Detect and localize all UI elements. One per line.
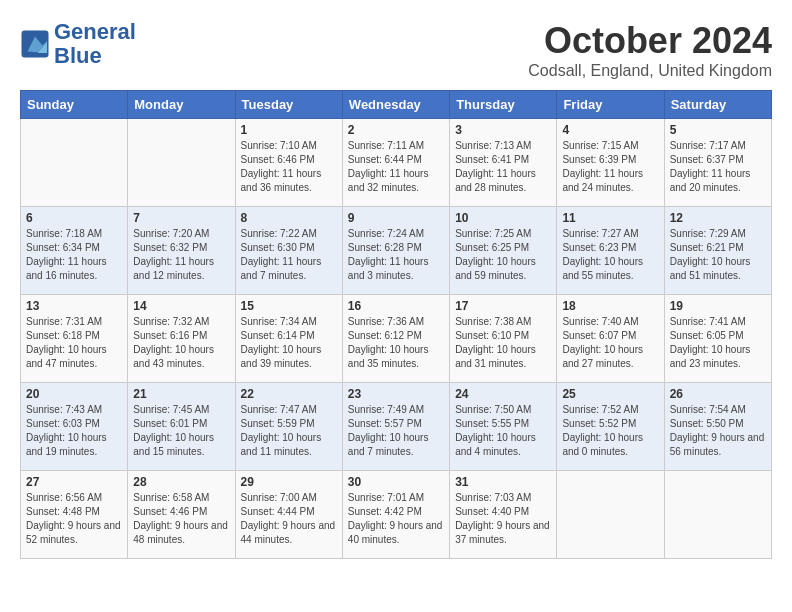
day-number: 31 bbox=[455, 475, 551, 489]
day-number: 25 bbox=[562, 387, 658, 401]
calendar-cell: 14Sunrise: 7:32 AM Sunset: 6:16 PM Dayli… bbox=[128, 295, 235, 383]
day-info: Sunrise: 7:38 AM Sunset: 6:10 PM Dayligh… bbox=[455, 315, 551, 371]
calendar-cell: 15Sunrise: 7:34 AM Sunset: 6:14 PM Dayli… bbox=[235, 295, 342, 383]
day-info: Sunrise: 7:29 AM Sunset: 6:21 PM Dayligh… bbox=[670, 227, 766, 283]
day-number: 22 bbox=[241, 387, 337, 401]
day-info: Sunrise: 7:00 AM Sunset: 4:44 PM Dayligh… bbox=[241, 491, 337, 547]
location: Codsall, England, United Kingdom bbox=[528, 62, 772, 80]
day-number: 4 bbox=[562, 123, 658, 137]
day-number: 18 bbox=[562, 299, 658, 313]
calendar-cell: 19Sunrise: 7:41 AM Sunset: 6:05 PM Dayli… bbox=[664, 295, 771, 383]
month-title: October 2024 bbox=[528, 20, 772, 62]
calendar-header-saturday: Saturday bbox=[664, 91, 771, 119]
calendar-cell: 29Sunrise: 7:00 AM Sunset: 4:44 PM Dayli… bbox=[235, 471, 342, 559]
calendar-cell: 5Sunrise: 7:17 AM Sunset: 6:37 PM Daylig… bbox=[664, 119, 771, 207]
calendar-cell: 12Sunrise: 7:29 AM Sunset: 6:21 PM Dayli… bbox=[664, 207, 771, 295]
calendar-cell: 8Sunrise: 7:22 AM Sunset: 6:30 PM Daylig… bbox=[235, 207, 342, 295]
logo-line1: General bbox=[54, 20, 136, 44]
day-number: 12 bbox=[670, 211, 766, 225]
calendar-cell bbox=[128, 119, 235, 207]
day-number: 17 bbox=[455, 299, 551, 313]
calendar-header-tuesday: Tuesday bbox=[235, 91, 342, 119]
day-info: Sunrise: 7:24 AM Sunset: 6:28 PM Dayligh… bbox=[348, 227, 444, 283]
day-number: 14 bbox=[133, 299, 229, 313]
calendar-cell: 21Sunrise: 7:45 AM Sunset: 6:01 PM Dayli… bbox=[128, 383, 235, 471]
day-info: Sunrise: 7:50 AM Sunset: 5:55 PM Dayligh… bbox=[455, 403, 551, 459]
calendar-cell bbox=[664, 471, 771, 559]
day-number: 29 bbox=[241, 475, 337, 489]
day-number: 30 bbox=[348, 475, 444, 489]
calendar-header-friday: Friday bbox=[557, 91, 664, 119]
day-info: Sunrise: 7:43 AM Sunset: 6:03 PM Dayligh… bbox=[26, 403, 122, 459]
day-info: Sunrise: 7:47 AM Sunset: 5:59 PM Dayligh… bbox=[241, 403, 337, 459]
calendar-cell: 4Sunrise: 7:15 AM Sunset: 6:39 PM Daylig… bbox=[557, 119, 664, 207]
day-info: Sunrise: 7:31 AM Sunset: 6:18 PM Dayligh… bbox=[26, 315, 122, 371]
logo: General Blue bbox=[20, 20, 136, 68]
calendar-cell: 1Sunrise: 7:10 AM Sunset: 6:46 PM Daylig… bbox=[235, 119, 342, 207]
calendar-cell: 24Sunrise: 7:50 AM Sunset: 5:55 PM Dayli… bbox=[450, 383, 557, 471]
calendar-cell: 22Sunrise: 7:47 AM Sunset: 5:59 PM Dayli… bbox=[235, 383, 342, 471]
title-block: October 2024 Codsall, England, United Ki… bbox=[528, 20, 772, 80]
day-number: 23 bbox=[348, 387, 444, 401]
day-info: Sunrise: 7:49 AM Sunset: 5:57 PM Dayligh… bbox=[348, 403, 444, 459]
calendar-header-monday: Monday bbox=[128, 91, 235, 119]
calendar-cell: 17Sunrise: 7:38 AM Sunset: 6:10 PM Dayli… bbox=[450, 295, 557, 383]
day-info: Sunrise: 7:17 AM Sunset: 6:37 PM Dayligh… bbox=[670, 139, 766, 195]
day-number: 20 bbox=[26, 387, 122, 401]
calendar-week-4: 20Sunrise: 7:43 AM Sunset: 6:03 PM Dayli… bbox=[21, 383, 772, 471]
day-info: Sunrise: 7:15 AM Sunset: 6:39 PM Dayligh… bbox=[562, 139, 658, 195]
day-info: Sunrise: 7:01 AM Sunset: 4:42 PM Dayligh… bbox=[348, 491, 444, 547]
day-number: 27 bbox=[26, 475, 122, 489]
calendar-week-1: 1Sunrise: 7:10 AM Sunset: 6:46 PM Daylig… bbox=[21, 119, 772, 207]
calendar-cell: 25Sunrise: 7:52 AM Sunset: 5:52 PM Dayli… bbox=[557, 383, 664, 471]
day-number: 19 bbox=[670, 299, 766, 313]
day-info: Sunrise: 7:27 AM Sunset: 6:23 PM Dayligh… bbox=[562, 227, 658, 283]
calendar-table: SundayMondayTuesdayWednesdayThursdayFrid… bbox=[20, 90, 772, 559]
calendar-week-3: 13Sunrise: 7:31 AM Sunset: 6:18 PM Dayli… bbox=[21, 295, 772, 383]
day-number: 26 bbox=[670, 387, 766, 401]
calendar-cell: 27Sunrise: 6:56 AM Sunset: 4:48 PM Dayli… bbox=[21, 471, 128, 559]
calendar-cell: 30Sunrise: 7:01 AM Sunset: 4:42 PM Dayli… bbox=[342, 471, 449, 559]
day-number: 6 bbox=[26, 211, 122, 225]
day-info: Sunrise: 7:32 AM Sunset: 6:16 PM Dayligh… bbox=[133, 315, 229, 371]
calendar-cell: 7Sunrise: 7:20 AM Sunset: 6:32 PM Daylig… bbox=[128, 207, 235, 295]
calendar-body: 1Sunrise: 7:10 AM Sunset: 6:46 PM Daylig… bbox=[21, 119, 772, 559]
day-info: Sunrise: 6:58 AM Sunset: 4:46 PM Dayligh… bbox=[133, 491, 229, 547]
calendar-cell: 13Sunrise: 7:31 AM Sunset: 6:18 PM Dayli… bbox=[21, 295, 128, 383]
day-info: Sunrise: 7:10 AM Sunset: 6:46 PM Dayligh… bbox=[241, 139, 337, 195]
day-info: Sunrise: 7:41 AM Sunset: 6:05 PM Dayligh… bbox=[670, 315, 766, 371]
day-info: Sunrise: 7:13 AM Sunset: 6:41 PM Dayligh… bbox=[455, 139, 551, 195]
day-info: Sunrise: 7:20 AM Sunset: 6:32 PM Dayligh… bbox=[133, 227, 229, 283]
calendar-cell bbox=[21, 119, 128, 207]
calendar-cell: 16Sunrise: 7:36 AM Sunset: 6:12 PM Dayli… bbox=[342, 295, 449, 383]
calendar-header-row: SundayMondayTuesdayWednesdayThursdayFrid… bbox=[21, 91, 772, 119]
day-number: 10 bbox=[455, 211, 551, 225]
calendar-cell: 28Sunrise: 6:58 AM Sunset: 4:46 PM Dayli… bbox=[128, 471, 235, 559]
calendar-cell: 9Sunrise: 7:24 AM Sunset: 6:28 PM Daylig… bbox=[342, 207, 449, 295]
day-info: Sunrise: 7:18 AM Sunset: 6:34 PM Dayligh… bbox=[26, 227, 122, 283]
calendar-cell: 2Sunrise: 7:11 AM Sunset: 6:44 PM Daylig… bbox=[342, 119, 449, 207]
calendar-cell bbox=[557, 471, 664, 559]
calendar-week-5: 27Sunrise: 6:56 AM Sunset: 4:48 PM Dayli… bbox=[21, 471, 772, 559]
calendar-cell: 26Sunrise: 7:54 AM Sunset: 5:50 PM Dayli… bbox=[664, 383, 771, 471]
day-info: Sunrise: 7:52 AM Sunset: 5:52 PM Dayligh… bbox=[562, 403, 658, 459]
calendar-cell: 6Sunrise: 7:18 AM Sunset: 6:34 PM Daylig… bbox=[21, 207, 128, 295]
day-info: Sunrise: 7:25 AM Sunset: 6:25 PM Dayligh… bbox=[455, 227, 551, 283]
calendar-cell: 18Sunrise: 7:40 AM Sunset: 6:07 PM Dayli… bbox=[557, 295, 664, 383]
day-info: Sunrise: 7:34 AM Sunset: 6:14 PM Dayligh… bbox=[241, 315, 337, 371]
day-info: Sunrise: 7:11 AM Sunset: 6:44 PM Dayligh… bbox=[348, 139, 444, 195]
day-number: 5 bbox=[670, 123, 766, 137]
day-info: Sunrise: 7:36 AM Sunset: 6:12 PM Dayligh… bbox=[348, 315, 444, 371]
day-number: 2 bbox=[348, 123, 444, 137]
day-number: 8 bbox=[241, 211, 337, 225]
calendar-header-thursday: Thursday bbox=[450, 91, 557, 119]
day-info: Sunrise: 6:56 AM Sunset: 4:48 PM Dayligh… bbox=[26, 491, 122, 547]
day-number: 24 bbox=[455, 387, 551, 401]
logo-icon bbox=[20, 29, 50, 59]
calendar-header-sunday: Sunday bbox=[21, 91, 128, 119]
day-info: Sunrise: 7:54 AM Sunset: 5:50 PM Dayligh… bbox=[670, 403, 766, 459]
day-number: 13 bbox=[26, 299, 122, 313]
calendar-cell: 10Sunrise: 7:25 AM Sunset: 6:25 PM Dayli… bbox=[450, 207, 557, 295]
day-info: Sunrise: 7:22 AM Sunset: 6:30 PM Dayligh… bbox=[241, 227, 337, 283]
calendar-cell: 31Sunrise: 7:03 AM Sunset: 4:40 PM Dayli… bbox=[450, 471, 557, 559]
